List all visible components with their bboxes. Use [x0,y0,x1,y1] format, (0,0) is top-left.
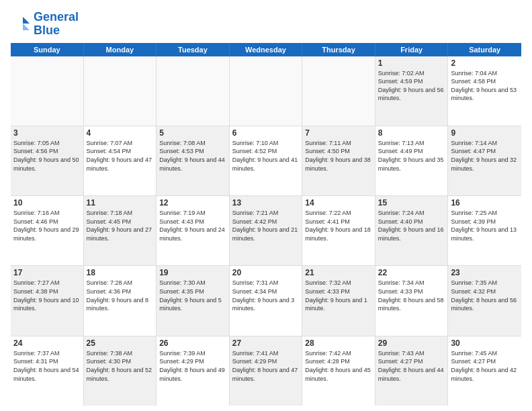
day-info: Sunrise: 7:37 AM Sunset: 4:31 PM Dayligh… [13,349,81,383]
day-number: 17 [13,268,81,277]
day-info: Sunrise: 7:18 AM Sunset: 4:45 PM Dayligh… [87,209,154,242]
day-info: Sunrise: 7:21 AM Sunset: 4:42 PM Dayligh… [232,209,300,242]
day-info: Sunrise: 7:25 AM Sunset: 4:39 PM Dayligh… [451,209,519,242]
day-info: Sunrise: 7:11 AM Sunset: 4:50 PM Dayligh… [305,139,372,173]
day-number: 6 [232,128,300,138]
day-cell-16: 16Sunrise: 7:25 AM Sunset: 4:39 PM Dayli… [448,196,521,265]
day-number: 5 [159,128,226,138]
calendar: SundayMondayTuesdayWednesdayThursdayFrid… [11,43,521,406]
day-number: 28 [305,338,372,348]
day-number: 19 [159,268,226,277]
day-number: 10 [13,198,81,208]
day-info: Sunrise: 7:16 AM Sunset: 4:46 PM Dayligh… [13,209,81,242]
day-cell-29: 29Sunrise: 7:43 AM Sunset: 4:27 PM Dayli… [375,336,449,406]
day-number: 11 [87,198,154,208]
day-info: Sunrise: 7:07 AM Sunset: 4:54 PM Dayligh… [87,139,154,173]
weekday-header-friday: Friday [375,43,449,56]
day-number: 2 [451,58,519,68]
day-info: Sunrise: 7:31 AM Sunset: 4:34 PM Dayligh… [232,279,300,312]
day-info: Sunrise: 7:41 AM Sunset: 4:29 PM Dayligh… [232,349,300,383]
day-info: Sunrise: 7:05 AM Sunset: 4:56 PM Dayligh… [13,139,81,173]
day-cell-17: 17Sunrise: 7:27 AM Sunset: 4:38 PM Dayli… [11,266,84,335]
day-cell-12: 12Sunrise: 7:19 AM Sunset: 4:43 PM Dayli… [157,196,230,265]
day-info: Sunrise: 7:22 AM Sunset: 4:41 PM Dayligh… [305,209,372,242]
empty-cell-0-2 [157,56,230,126]
day-cell-30: 30Sunrise: 7:45 AM Sunset: 4:27 PM Dayli… [448,336,521,406]
day-info: Sunrise: 7:45 AM Sunset: 4:27 PM Dayligh… [451,349,519,383]
day-cell-2: 2Sunrise: 7:04 AM Sunset: 4:58 PM Daylig… [448,56,521,126]
day-cell-5: 5Sunrise: 7:08 AM Sunset: 4:53 PM Daylig… [157,126,230,195]
day-cell-8: 8Sunrise: 7:13 AM Sunset: 4:49 PM Daylig… [375,126,449,195]
day-cell-14: 14Sunrise: 7:22 AM Sunset: 4:41 PM Dayli… [302,196,375,265]
day-info: Sunrise: 7:30 AM Sunset: 4:35 PM Dayligh… [159,279,226,312]
day-info: Sunrise: 7:14 AM Sunset: 4:47 PM Dayligh… [451,139,519,173]
day-cell-6: 6Sunrise: 7:10 AM Sunset: 4:52 PM Daylig… [230,126,303,195]
weekday-header-wednesday: Wednesday [230,43,303,56]
day-number: 30 [451,338,519,348]
day-number: 20 [232,268,300,277]
calendar-row-3: 17Sunrise: 7:27 AM Sunset: 4:38 PM Dayli… [11,266,521,336]
day-info: Sunrise: 7:28 AM Sunset: 4:36 PM Dayligh… [87,279,154,312]
day-number: 21 [305,268,372,277]
weekday-header-saturday: Saturday [448,43,521,56]
day-number: 16 [451,198,519,208]
day-info: Sunrise: 7:32 AM Sunset: 4:33 PM Dayligh… [305,279,372,312]
day-number: 26 [159,338,226,348]
day-info: Sunrise: 7:27 AM Sunset: 4:38 PM Dayligh… [13,279,81,312]
day-cell-11: 11Sunrise: 7:18 AM Sunset: 4:45 PM Dayli… [84,196,157,265]
day-number: 4 [87,128,154,138]
day-info: Sunrise: 7:10 AM Sunset: 4:52 PM Dayligh… [232,139,300,173]
day-info: Sunrise: 7:35 AM Sunset: 4:32 PM Dayligh… [451,279,519,312]
logo-icon [11,14,31,34]
svg-marker-1 [23,24,30,30]
day-number: 3 [13,128,81,138]
calendar-body: 1Sunrise: 7:02 AM Sunset: 4:59 PM Daylig… [11,56,521,406]
page-header: General Blue [11,11,521,38]
empty-cell-0-4 [302,56,375,126]
weekday-header-monday: Monday [84,43,157,56]
day-cell-20: 20Sunrise: 7:31 AM Sunset: 4:34 PM Dayli… [230,266,303,335]
day-cell-9: 9Sunrise: 7:14 AM Sunset: 4:47 PM Daylig… [448,126,521,195]
weekday-header-tuesday: Tuesday [157,43,230,56]
day-info: Sunrise: 7:02 AM Sunset: 4:59 PM Dayligh… [378,69,445,103]
day-number: 8 [378,128,445,138]
svg-rect-2 [12,17,23,30]
calendar-row-2: 10Sunrise: 7:16 AM Sunset: 4:46 PM Dayli… [11,196,521,266]
day-info: Sunrise: 7:43 AM Sunset: 4:27 PM Dayligh… [378,349,445,383]
day-cell-27: 27Sunrise: 7:41 AM Sunset: 4:29 PM Dayli… [230,336,303,406]
day-info: Sunrise: 7:08 AM Sunset: 4:53 PM Dayligh… [159,139,226,173]
day-info: Sunrise: 7:38 AM Sunset: 4:30 PM Dayligh… [87,349,154,383]
day-cell-4: 4Sunrise: 7:07 AM Sunset: 4:54 PM Daylig… [84,126,157,195]
day-number: 1 [378,58,445,68]
svg-marker-0 [23,17,30,24]
day-number: 15 [378,198,445,208]
calendar-header: SundayMondayTuesdayWednesdayThursdayFrid… [11,43,521,56]
day-info: Sunrise: 7:04 AM Sunset: 4:58 PM Dayligh… [451,69,519,103]
day-number: 13 [232,198,300,208]
day-cell-3: 3Sunrise: 7:05 AM Sunset: 4:56 PM Daylig… [11,126,84,195]
day-cell-25: 25Sunrise: 7:38 AM Sunset: 4:30 PM Dayli… [84,336,157,406]
day-number: 14 [305,198,372,208]
weekday-header-thursday: Thursday [302,43,375,56]
day-number: 29 [378,338,445,348]
day-cell-10: 10Sunrise: 7:16 AM Sunset: 4:46 PM Dayli… [11,196,84,265]
day-info: Sunrise: 7:24 AM Sunset: 4:40 PM Dayligh… [378,209,445,242]
empty-cell-0-1 [84,56,157,126]
day-info: Sunrise: 7:13 AM Sunset: 4:49 PM Dayligh… [378,139,445,173]
day-cell-26: 26Sunrise: 7:39 AM Sunset: 4:29 PM Dayli… [157,336,230,406]
logo: General Blue [11,11,79,38]
day-number: 9 [451,128,519,138]
day-cell-24: 24Sunrise: 7:37 AM Sunset: 4:31 PM Dayli… [11,336,84,406]
day-cell-22: 22Sunrise: 7:34 AM Sunset: 4:33 PM Dayli… [375,266,449,335]
day-cell-21: 21Sunrise: 7:32 AM Sunset: 4:33 PM Dayli… [302,266,375,335]
day-cell-13: 13Sunrise: 7:21 AM Sunset: 4:42 PM Dayli… [230,196,303,265]
day-number: 25 [87,338,154,348]
day-number: 24 [13,338,81,348]
day-cell-1: 1Sunrise: 7:02 AM Sunset: 4:59 PM Daylig… [375,56,449,126]
day-info: Sunrise: 7:19 AM Sunset: 4:43 PM Dayligh… [159,209,226,242]
empty-cell-0-3 [230,56,303,126]
weekday-header-sunday: Sunday [11,43,84,56]
day-number: 12 [159,198,226,208]
calendar-row-1: 3Sunrise: 7:05 AM Sunset: 4:56 PM Daylig… [11,126,521,196]
day-info: Sunrise: 7:39 AM Sunset: 4:29 PM Dayligh… [159,349,226,383]
